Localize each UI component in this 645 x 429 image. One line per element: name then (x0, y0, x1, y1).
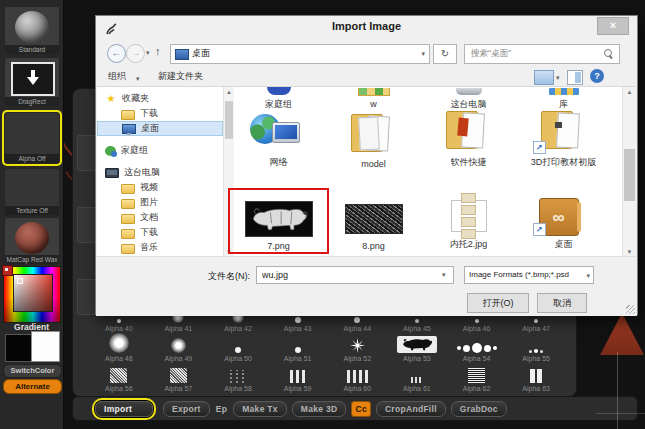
alpha-item[interactable]: Alpha 58 (208, 362, 268, 392)
file-type-select[interactable]: Image Formats (*.bmp;*.psd (464, 266, 594, 284)
material-selector[interactable]: MatCap Red Wax (4, 217, 60, 265)
search-input[interactable]: 搜索"桌面" (464, 44, 620, 64)
pictures-icon (121, 199, 135, 209)
forward-button[interactable] (126, 44, 145, 63)
toolbar-button-cc[interactable]: Cc (351, 401, 370, 417)
nav-item-3[interactable]: 家庭组 (97, 143, 223, 158)
filename-chevron-down-icon[interactable] (442, 271, 446, 279)
alpha-item[interactable]: Alpha 55 (506, 332, 566, 362)
nav-item-4[interactable]: 这台电脑 (97, 165, 223, 180)
computer-icon (105, 168, 119, 178)
switch-color-button[interactable]: SwitchColor (3, 364, 62, 378)
breadcrumb[interactable]: 桌面 (170, 44, 430, 64)
back-button[interactable] (107, 44, 126, 63)
toolbar-button-cropandfill[interactable]: CropAndFill (376, 401, 446, 417)
alpha-item[interactable]: Alpha 63 (506, 362, 566, 392)
alpha-item[interactable]: Alpha 53 (387, 332, 447, 362)
file-item[interactable]: model (326, 107, 421, 169)
file-item[interactable]: 这台电脑 (421, 87, 516, 109)
history-chevron-down-icon[interactable] (146, 49, 150, 57)
toolbar-button-ep[interactable]: Ep (215, 402, 228, 416)
network-icon (234, 108, 324, 154)
breadcrumb-location: 桌面 (192, 47, 210, 60)
refresh-button[interactable] (433, 44, 457, 64)
up-button[interactable] (155, 45, 161, 57)
alternate-button[interactable]: Alternate (3, 379, 62, 394)
nav-item-label: 桌面 (141, 122, 159, 135)
secondary-color-swatch[interactable] (31, 331, 60, 362)
texture-selector[interactable]: Texture Off (4, 168, 60, 216)
stroke-selector[interactable]: DragRect (4, 57, 60, 107)
organize-menu[interactable]: 组织 (108, 70, 126, 83)
color-picker-cursor (17, 278, 23, 284)
toolbar-button-export[interactable]: Export (163, 401, 210, 417)
file-scroll-thumb[interactable] (624, 149, 635, 201)
alpha-item[interactable]: Alpha 59 (268, 362, 328, 392)
brush-selector[interactable]: Standard (4, 6, 60, 55)
file-grid-row-2: 7.png8.png内托2.jpg桌面 (231, 191, 615, 251)
alpha-item[interactable]: Alpha 57 (149, 362, 209, 392)
preview-pane-button[interactable] (567, 70, 583, 85)
alpha-label: Alpha Off (5, 154, 59, 163)
file-item[interactable]: 8.png (326, 191, 421, 251)
alpha-item-label: Alpha 55 (522, 355, 550, 362)
toolbar-button-grabdoc[interactable]: GrabDoc (451, 401, 507, 417)
organize-chevron-down-icon[interactable] (136, 75, 140, 83)
color-picker[interactable] (3, 266, 61, 323)
color-picker-square[interactable] (13, 274, 53, 312)
alpha-item[interactable]: Alpha 60 (328, 362, 388, 392)
nav-item-9[interactable]: 音乐 (97, 240, 223, 255)
help-button[interactable]: ? (590, 69, 604, 83)
file-item[interactable]: 网络 (231, 107, 326, 169)
file-scrollbar[interactable]: ▲ ▼ (622, 87, 636, 257)
file-item[interactable]: 家庭组 (231, 87, 326, 109)
filename-input[interactable] (256, 266, 454, 284)
file-item[interactable]: 内托2.jpg (421, 191, 516, 251)
alpha-selector[interactable]: Alpha Off (4, 112, 60, 164)
alpha-item[interactable]: Alpha 54 (447, 332, 507, 362)
breadcrumb-chevron-down-icon[interactable] (421, 50, 425, 58)
file-item[interactable]: 7.png (231, 191, 326, 251)
alpha-item[interactable]: Alpha 52 (328, 332, 388, 362)
alpha-item[interactable]: Alpha 48 (89, 332, 149, 362)
alpha-item[interactable]: Alpha 49 (149, 332, 209, 362)
videos-icon (121, 184, 135, 194)
alpha-item[interactable]: Alpha 62 (447, 362, 507, 392)
brush-sphere-icon (15, 11, 49, 43)
toolbar-button-import[interactable]: Import (95, 401, 153, 417)
nav-item-1[interactable]: 下载 (97, 106, 223, 121)
nav-item-8[interactable]: 下载 (97, 225, 223, 240)
dot-xs-icon (475, 319, 479, 323)
view-chevron-down-icon[interactable] (556, 74, 560, 82)
nav-item-0[interactable]: ★收藏夹 (97, 91, 223, 106)
open-button[interactable]: 打开(O) (467, 293, 529, 313)
scroll-up-icon[interactable]: ▲ (623, 89, 636, 95)
alpha-item[interactable]: Alpha 61 (387, 362, 447, 392)
alpha-item[interactable]: Alpha 56 (89, 362, 149, 392)
file-item[interactable]: 库 (516, 87, 611, 109)
file-item[interactable]: w (326, 87, 421, 109)
file-item[interactable]: 软件快捷 (421, 107, 516, 169)
scroll-down-icon[interactable]: ▼ (623, 249, 636, 255)
toolbar-button-make-tx[interactable]: Make Tx (233, 401, 287, 417)
dialog-titlebar[interactable]: Import Image × (96, 16, 637, 38)
file-item[interactable]: 3D打印教材初版 (516, 107, 611, 169)
file-item-label: model (361, 159, 386, 169)
nav-item-6[interactable]: 图片 (97, 195, 223, 210)
nav-item-5[interactable]: 视频 (97, 180, 223, 195)
new-folder-button[interactable]: 新建文件夹 (158, 70, 203, 83)
nav-item-2[interactable]: 桌面 (97, 121, 223, 136)
cancel-button[interactable]: 取消 (537, 293, 587, 313)
nav-item-7[interactable]: 文档 (97, 210, 223, 225)
change-view-button[interactable] (534, 70, 554, 85)
file-item[interactable]: 桌面 (516, 191, 611, 251)
alpha-item-label: Alpha 58 (224, 385, 252, 392)
folder-cloud-shortcut-icon (519, 196, 609, 236)
alpha-item[interactable]: Alpha 51 (268, 332, 328, 362)
dot-s-icon (295, 347, 301, 353)
toolbar-button-make-3d[interactable]: Make 3D (292, 401, 347, 417)
resize-grip[interactable] (626, 305, 635, 314)
close-button[interactable]: × (597, 17, 629, 35)
alpha-item[interactable]: Alpha 50 (208, 332, 268, 362)
main-color-swatch[interactable] (5, 334, 32, 362)
